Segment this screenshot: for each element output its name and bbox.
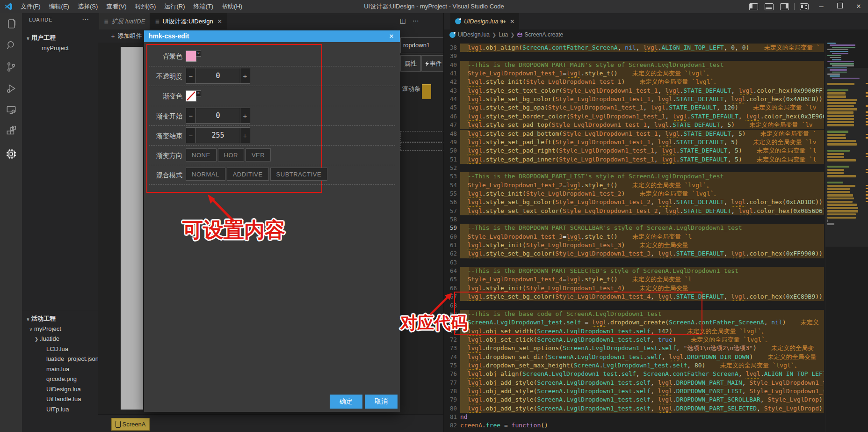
menu-r[interactable]: 运行(R) — [160, 0, 189, 13]
gradient-color-swatch[interactable] — [186, 90, 196, 102]
tab-uidesign-lua[interactable]: UiDesign.lua 9+ ✕ — [450, 13, 520, 29]
remote-device-icon[interactable] — [0, 99, 22, 121]
tree-section-用户工程[interactable]: ∨用户工程 — [22, 33, 98, 43]
code-line-63[interactable] — [460, 258, 824, 267]
code-line-52[interactable] — [460, 164, 824, 172]
gradient-end-decrease-button[interactable]: − — [186, 127, 196, 143]
code-line-59[interactable]: --This is the DROPDOWN_PART_SCROLLBAR's … — [460, 224, 824, 232]
minimize-button[interactable]: ─ — [812, 0, 831, 13]
scrollbar-style-swatch[interactable] — [422, 84, 431, 99]
code-line-49[interactable]: lvgl.style_set_pad_left(Style_LvglDropdo… — [460, 138, 824, 146]
ok-button[interactable]: 确定 — [330, 395, 362, 409]
code-line-75[interactable]: lvgl.dropdown_set_max_height(ScreenA.Lvg… — [460, 361, 824, 370]
tree-item-myProject[interactable]: ∨myProject — [22, 324, 98, 334]
option-additive[interactable]: ADDITIVE — [227, 168, 269, 181]
gradient-start-decrease-button[interactable]: − — [186, 108, 196, 124]
close-tab-icon[interactable]: ✕ — [217, 18, 222, 25]
run-debug-icon[interactable] — [0, 78, 22, 99]
tree-item-LCD.lua[interactable]: LCD.lua — [22, 344, 98, 354]
source-control-icon[interactable] — [0, 56, 22, 78]
code-line-44[interactable]: lvgl.style_set_bg_color(Style_LvglDropdo… — [460, 95, 824, 103]
code-line-81[interactable]: nd — [460, 413, 824, 421]
menu-v[interactable]: 查看(V) — [102, 0, 130, 13]
option-ver[interactable]: VER — [246, 148, 271, 161]
toggle-sidebar-icon[interactable] — [749, 3, 758, 10]
menu-g[interactable]: 转到(G) — [131, 0, 160, 13]
tab-events[interactable]: 事件 — [421, 55, 445, 72]
code-line-61[interactable]: lvgl.style_init(Style_LvglDropdown1_test… — [460, 241, 824, 249]
tree-item-UiDesign.lua[interactable]: UiDesign.lua — [22, 384, 98, 394]
code-line-47[interactable]: lvgl.style_set_pad_top(Style_LvglDropdow… — [460, 121, 824, 129]
gradient-start-increase-button[interactable]: + — [240, 108, 250, 124]
more-actions-icon[interactable]: ⋯ — [412, 17, 419, 24]
code-line-62[interactable]: lvgl.style_set_bg_color(Style_LvglDropdo… — [460, 249, 824, 258]
close-tab-icon[interactable]: ✕ — [510, 18, 514, 25]
code-line-77[interactable]: lvgl.obj_add_style(ScreenA.LvglDropdown1… — [460, 379, 824, 387]
code-line-54[interactable]: Style_LvglDropdown1_test_2=lvgl.style_t(… — [460, 181, 824, 190]
component-name-input[interactable]: ropdown1 — [400, 37, 447, 53]
screen-a-button[interactable]: ScreenA — [111, 418, 150, 431]
minimap[interactable] — [825, 40, 868, 432]
option-none[interactable]: NONE — [186, 148, 217, 161]
extensions-icon[interactable] — [0, 121, 22, 142]
code-line-58[interactable] — [460, 215, 824, 224]
cancel-button[interactable]: 取消 — [365, 395, 398, 409]
breadcrumb[interactable]: UiDesign.lua❯ Lua❯ ScreenA.create — [449, 29, 563, 40]
code-line-45[interactable]: lvgl.style_set_bg_opa(Style_LvglDropdown… — [460, 103, 824, 112]
toggle-secondary-sidebar-icon[interactable] — [780, 3, 789, 10]
customize-layout-icon[interactable] — [800, 3, 809, 10]
gradient-end-increase-button[interactable]: + — [240, 127, 250, 143]
tree-item-UiHandle.lua[interactable]: UiHandle.lua — [22, 394, 98, 404]
sidebar-more-icon[interactable]: ⋯ — [82, 15, 89, 23]
clear-bg-color-button[interactable]: ✕ — [196, 51, 201, 57]
tree-item-UiTp.lua[interactable]: UiTp.lua — [22, 404, 98, 414]
code-line-60[interactable]: Style_LvglDropdown1_test_3=lvgl.style_t(… — [460, 233, 824, 241]
tree-item-qrcode.png[interactable]: qrcode.png — [22, 374, 98, 384]
search-icon[interactable] — [0, 35, 22, 56]
clear-gradient-color-button[interactable]: ✕ — [196, 90, 201, 96]
code-line-80[interactable]: lvgl.obj_add_style(ScreenA.LvglDropdown1… — [460, 404, 824, 413]
opacity-increase-button[interactable]: + — [240, 68, 250, 84]
code-line-57[interactable]: lvgl.style_set_text_color(Style_LvglDrop… — [460, 207, 824, 215]
code-area[interactable]: 3839404142434445464748495051525354555657… — [444, 40, 868, 432]
code-line-41[interactable]: Style_LvglDropdown1_test_1=lvgl.style_t(… — [460, 69, 824, 78]
code-line-73[interactable]: lvgl.dropdown_set_options(ScreenA.LvglDr… — [460, 344, 824, 352]
tab-extension-luatide[interactable]: ≣扩展 luatIDE — [99, 13, 150, 29]
luatide-chip-icon[interactable] — [0, 143, 22, 165]
code-line-51[interactable]: lvgl.style_set_pad_inner(Style_LvglDropd… — [460, 155, 824, 164]
code-line-46[interactable]: lvgl.style_set_border_color(Style_LvglDr… — [460, 112, 824, 121]
code-line-65[interactable]: Style_LvglDropdown1_test_4=lvgl.style_t(… — [460, 275, 824, 284]
code-line-78[interactable]: lvgl.obj_add_style(ScreenA.LvglDropdown1… — [460, 387, 824, 395]
code-line-39[interactable] — [460, 52, 824, 60]
code-line-74[interactable]: lvgl.dropdown_set_dir(ScreenA.LvglDropdo… — [460, 353, 824, 361]
option-normal[interactable]: NORMAL — [186, 168, 225, 181]
tree-section-活动工程[interactable]: ∨活动工程 — [22, 314, 98, 323]
close-window-button[interactable]: ✕ — [849, 0, 868, 13]
opacity-value[interactable]: 0 — [196, 68, 240, 84]
code-line-55[interactable]: lvgl.style_init(Style_LvglDropdown1_test… — [460, 190, 824, 198]
split-editor-icon[interactable]: ◫ — [400, 17, 406, 24]
close-dialog-icon[interactable]: ✕ — [387, 30, 396, 42]
tree-item-myProject[interactable]: myProject — [22, 43, 98, 53]
toggle-panel-icon[interactable] — [765, 3, 774, 10]
code-line-64[interactable]: --This is the DROPDOWN_PART_SELECTED's s… — [460, 267, 824, 275]
code-line-42[interactable]: lvgl.style_init(Style_LvglDropdown1_test… — [460, 78, 824, 86]
tree-item-main.lua[interactable]: main.lua — [22, 364, 98, 374]
tree-item-.luatide[interactable]: ❯.luatide — [22, 334, 98, 344]
restore-button[interactable] — [831, 0, 849, 13]
code-line-40[interactable]: --This is the DROPDOWN_PART_MAIN's style… — [460, 61, 824, 69]
code-line-43[interactable]: lvgl.style_set_text_color(Style_LvglDrop… — [460, 87, 824, 95]
opacity-decrease-button[interactable]: − — [186, 68, 196, 84]
code-line-48[interactable]: lvgl.style_set_pad_bottom(Style_LvglDrop… — [460, 130, 824, 138]
tab-ui-designer[interactable]: ≣UI设计器:UiDesign✕ — [150, 13, 227, 29]
menu-e[interactable]: 编辑(E) — [45, 0, 73, 13]
code-line-76[interactable]: lvgl.obj_align(ScreenA.LvglDropdown1_tes… — [460, 370, 824, 378]
bg-color-swatch[interactable] — [186, 51, 196, 62]
menu-h[interactable]: 帮助(H) — [217, 0, 246, 13]
tree-item-luatide_project.json[interactable]: luatide_project.json — [22, 354, 98, 364]
code-line-79[interactable]: lvgl.obj_add_style(ScreenA.LvglDropdown1… — [460, 395, 824, 404]
code-line-53[interactable]: --This is the DROPDOWN_PART_LIST's style… — [460, 172, 824, 181]
option-subtractive[interactable]: SUBTRACTIVE — [270, 168, 328, 181]
code-line-82[interactable]: creenA.free = function() — [460, 421, 824, 430]
add-component-button[interactable]: ＋ 添加组件 — [110, 32, 142, 40]
